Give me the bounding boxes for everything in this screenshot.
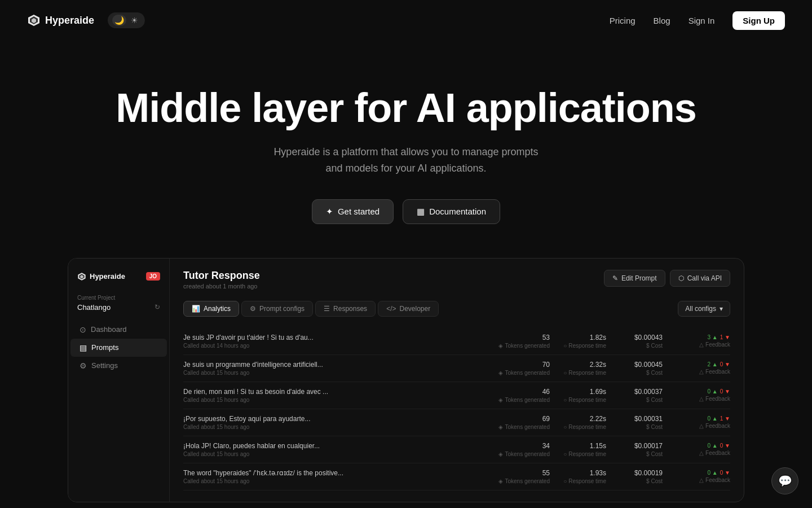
token-icon: ◈ xyxy=(498,478,503,484)
light-theme-button[interactable]: ☀ xyxy=(129,15,140,26)
response-col: 2.32s ○ Response time xyxy=(550,361,606,376)
sidebar-item-settings[interactable]: ⚙ Settings xyxy=(70,357,167,375)
clock-icon: ○ xyxy=(563,370,567,376)
get-started-button[interactable]: ✦ Get started xyxy=(312,199,394,224)
dollar-icon: $ xyxy=(646,343,650,349)
table-row[interactable]: ¡Por supuesto, Estoy aquí para ayudarte.… xyxy=(183,409,730,436)
message-text: ¡Por supuesto, Estoy aquí para ayudarte.… xyxy=(183,415,398,423)
message-text: Je suis un programme d'intelligence arti… xyxy=(183,361,398,369)
tab-prompt-configs[interactable]: ⚙ Prompt configs xyxy=(241,301,313,317)
thumbs-up-count: 0 ▲ xyxy=(708,443,718,449)
sidebar-item-dashboard[interactable]: ⊙ Dashboard xyxy=(70,321,167,339)
config-select[interactable]: All configs ▾ xyxy=(678,301,730,317)
message-col: ¡Hola JP! Claro, puedes hablar en cualqu… xyxy=(183,442,493,457)
sidebar: Hyperaide JO Current Project Chatlango ↻… xyxy=(68,259,170,502)
dollar-icon: $ xyxy=(646,478,650,484)
table-row[interactable]: Je suis JP d'avoir pu t'aider ! Si tu as… xyxy=(183,328,730,355)
dollar-icon: $ xyxy=(646,451,650,457)
theme-toggle[interactable]: 🌙 ☀ xyxy=(108,12,145,28)
thumbs-up-count: 0 ▲ xyxy=(708,470,718,476)
call-api-button[interactable]: ⬡ Call via API xyxy=(670,270,730,287)
thumbs-down-count: 1 ▼ xyxy=(720,415,730,422)
data-table: Je suis JP d'avoir pu t'aider ! Si tu as… xyxy=(183,328,730,491)
edit-icon: ✎ xyxy=(612,274,618,282)
message-text: The word "hyperaides" /ˈhɛk.tə.rɑɪdz/ is… xyxy=(183,469,398,477)
main-content: Tutor Response created about 1 month ago… xyxy=(170,259,744,502)
response-col: 1.69s ○ Response time xyxy=(550,388,606,403)
sidebar-logo-icon xyxy=(77,272,86,281)
cost-col: $0.00019 $ Cost xyxy=(606,469,663,484)
user-badge: JO xyxy=(146,272,160,281)
feedback-icon: △ xyxy=(699,423,704,429)
tokens-col: 34 ◈ Tokens generated xyxy=(493,442,550,457)
feedback-icon: △ xyxy=(699,396,704,402)
refresh-icon[interactable]: ↻ xyxy=(155,303,160,311)
dashboard-icon: ⊙ xyxy=(80,325,86,334)
response-col: 1.15s ○ Response time xyxy=(550,442,606,457)
sidebar-logo: Hyperaide JO xyxy=(68,268,169,290)
response-col: 2.22s ○ Response time xyxy=(550,415,606,430)
signin-link[interactable]: Sign In xyxy=(689,16,715,25)
table-row[interactable]: Je suis un programme d'intelligence arti… xyxy=(183,355,730,382)
feedback-icon: △ xyxy=(699,450,704,456)
table-row[interactable]: The word "hyperaides" /ˈhɛk.tə.rɑɪdz/ is… xyxy=(183,463,730,491)
hero-title: Middle layer for AI applications xyxy=(116,86,696,130)
feedback-col: 0 ▲ 1 ▼ △ Feedback xyxy=(663,415,730,429)
sidebar-item-prompts[interactable]: ▤ Prompts xyxy=(70,339,167,357)
documentation-button[interactable]: ▦ Documentation xyxy=(403,199,500,224)
header-actions: ✎ Edit Prompt ⬡ Call via API xyxy=(604,270,730,287)
response-col: 1.93s ○ Response time xyxy=(550,469,606,484)
message-time: Called about 15 hours ago xyxy=(183,370,493,376)
edit-prompt-button[interactable]: ✎ Edit Prompt xyxy=(604,270,665,287)
message-text: ¡Hola JP! Claro, puedes hablar en cualqu… xyxy=(183,442,398,450)
thumbs-down-count: 0 ▼ xyxy=(720,443,730,449)
clock-icon: ○ xyxy=(563,424,567,430)
thumbs-down-count: 0 ▼ xyxy=(720,361,730,367)
response-col: 1.82s ○ Response time xyxy=(550,334,606,349)
signup-link[interactable]: Sign Up xyxy=(732,11,785,30)
message-col: ¡Por supuesto, Estoy aquí para ayudarte.… xyxy=(183,415,493,430)
dark-theme-button[interactable]: 🌙 xyxy=(112,15,126,26)
feedback-col: 0 ▲ 0 ▼ △ Feedback xyxy=(663,443,730,456)
thumbs-up-count: 2 ▲ xyxy=(708,361,718,367)
message-col: Je suis un programme d'intelligence arti… xyxy=(183,361,493,376)
clock-icon: ○ xyxy=(563,451,567,457)
thumbs-down-count: 0 ▼ xyxy=(720,388,730,395)
thumbs-up-count: 0 ▲ xyxy=(708,415,718,422)
tokens-col: 55 ◈ Tokens generated xyxy=(493,469,550,484)
tokens-col: 46 ◈ Tokens generated xyxy=(493,388,550,403)
blog-link[interactable]: Blog xyxy=(654,16,670,25)
message-time: Called about 14 hours ago xyxy=(183,343,493,349)
hero-section: Middle layer for AI applications Hyperai… xyxy=(0,41,812,258)
tab-responses[interactable]: ☰ Responses xyxy=(315,301,376,317)
table-row[interactable]: De rien, mon ami ! Si tu as besoin d'aid… xyxy=(183,382,730,409)
table-row[interactable]: ¡Hola JP! Claro, puedes hablar en cualqu… xyxy=(183,436,730,463)
tab-developer[interactable]: </> Developer xyxy=(378,301,439,317)
hero-subtitle: Hyperaide is a platform that allows you … xyxy=(273,144,538,177)
prompt-configs-tab-icon: ⚙ xyxy=(250,305,256,313)
cost-col: $0.00037 $ Cost xyxy=(606,388,663,403)
token-icon: ◈ xyxy=(498,397,503,403)
token-icon: ◈ xyxy=(498,424,503,430)
app-preview: Hyperaide JO Current Project Chatlango ↻… xyxy=(68,258,744,502)
feedback-col: 3 ▲ 1 ▼ △ Feedback xyxy=(663,334,730,348)
pricing-link[interactable]: Pricing xyxy=(610,16,636,25)
thumbs-up-count: 0 ▲ xyxy=(708,388,718,395)
developer-tab-icon: </> xyxy=(386,305,396,313)
cost-col: $0.00043 $ Cost xyxy=(606,334,663,349)
token-icon: ◈ xyxy=(498,343,503,349)
thumbs-down-count: 1 ▼ xyxy=(720,334,730,340)
message-text: Je suis JP d'avoir pu t'aider ! Si tu as… xyxy=(183,334,398,341)
tab-analytics[interactable]: 📊 Analytics xyxy=(183,301,239,317)
hero-buttons: ✦ Get started ▦ Documentation xyxy=(312,199,500,224)
page-subtitle: created about 1 month ago xyxy=(183,283,260,290)
content-header: Tutor Response created about 1 month ago… xyxy=(183,270,730,290)
chevron-down-icon: ▾ xyxy=(720,305,723,313)
clock-icon: ○ xyxy=(563,397,567,403)
page-title: Tutor Response xyxy=(183,270,260,282)
dollar-icon: $ xyxy=(646,370,650,376)
api-icon: ⬡ xyxy=(678,274,684,282)
chat-bubble[interactable]: 💬 xyxy=(771,467,798,494)
prompts-icon: ▤ xyxy=(80,343,87,352)
message-text: De rien, mon ami ! Si tu as besoin d'aid… xyxy=(183,388,398,396)
